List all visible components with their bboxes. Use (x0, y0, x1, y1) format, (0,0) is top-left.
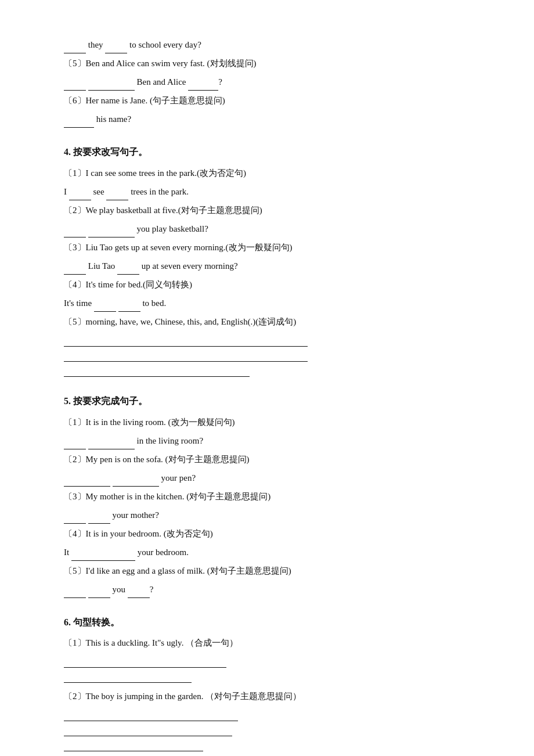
blank (64, 476, 110, 487)
section4-title: 4. 按要求改写句子。 (64, 144, 470, 161)
answer-line (64, 333, 308, 347)
blank (88, 513, 110, 524)
blank (64, 513, 86, 524)
answer-line (64, 737, 203, 751)
section5-item1-a: in the living room? (64, 432, 470, 449)
blank (113, 476, 159, 487)
blank (88, 588, 110, 598)
blank (69, 190, 91, 200)
section6-item1-q: 〔1〕This is a duckling. It"s ugly. （合成一句） (64, 634, 470, 651)
blank (64, 117, 94, 128)
blank (105, 43, 127, 53)
section4-item3-a: Liu Tao up at seven every morning? (64, 257, 470, 275)
answer-line (64, 669, 192, 683)
section5-title: 5. 按要求完成句子。 (64, 393, 470, 410)
blank (106, 190, 128, 200)
section4-item2-q: 〔2〕We play basketball at five.(对句子主题意思提问… (64, 201, 470, 219)
blank (188, 80, 218, 91)
blank (71, 550, 135, 561)
section4-item3-q: 〔3〕Liu Tao gets up at seven every mornin… (64, 239, 470, 256)
blank (88, 80, 135, 91)
blank (88, 439, 135, 449)
section4-item4-a: It's time to bed. (64, 294, 470, 312)
section5-item2-a: your pen? (64, 469, 470, 487)
section6-item2-q: 〔2〕The boy is jumping in the garden. （对句… (64, 687, 470, 705)
section5-item4-q: 〔4〕It is in your bedroom. (改为否定句) (64, 525, 470, 542)
answer-line (64, 707, 238, 721)
answer-line (64, 654, 226, 668)
section5-item2-q: 〔2〕My pen is on the sofa. (对句子主题意思提问) (64, 451, 470, 468)
intro-line-5: his name? (64, 110, 470, 128)
intro-line-4: 〔6〕Her name is Jane. (句子主题意思提问) (64, 92, 470, 109)
intro-line-3: Ben and Alice ? (64, 73, 470, 91)
blank (64, 227, 86, 237)
section4-item1-a: I see trees in the park. (64, 183, 470, 200)
answer-line (64, 722, 232, 736)
blank (117, 264, 139, 275)
blank (128, 588, 150, 598)
section5-item4-a: It your bedroom. (64, 543, 470, 561)
section6-item1-a (64, 654, 470, 683)
blank (64, 439, 86, 449)
section6-title: 6. 句型转换。 (64, 614, 470, 631)
section5-item3-a: your mother? (64, 506, 470, 524)
section4-item2-a: you play basketball? (64, 220, 470, 237)
section4-item5-a (64, 333, 470, 377)
blank (64, 80, 86, 91)
section5-item5-a: you ? (64, 581, 470, 598)
blank (94, 301, 116, 312)
section6-item2-a (64, 707, 470, 751)
answer-line (64, 348, 308, 362)
blank (64, 588, 86, 598)
blank (64, 43, 86, 53)
blank (64, 264, 86, 275)
section5-item5-q: 〔5〕I'd like an egg and a glass of milk. … (64, 562, 470, 579)
section5-item3-q: 〔3〕My mother is in the kitchen. (对句子主题意思… (64, 488, 470, 505)
section4-item4-q: 〔4〕It's time for bed.(同义句转换) (64, 276, 470, 293)
section4-item1-q: 〔1〕I can see some trees in the park.(改为否… (64, 164, 470, 182)
intro-line-1: they to school every day? (64, 36, 470, 53)
intro-line-2: 〔5〕Ben and Alice can swim very fast. (对划… (64, 55, 470, 72)
answer-line (64, 363, 250, 377)
section5-item1-q: 〔1〕It is in the living room. (改为一般疑问句) (64, 413, 470, 431)
blank (118, 301, 140, 312)
blank (88, 227, 135, 237)
section4-item5-q: 〔5〕morning, have, we, Chinese, this, and… (64, 313, 470, 330)
